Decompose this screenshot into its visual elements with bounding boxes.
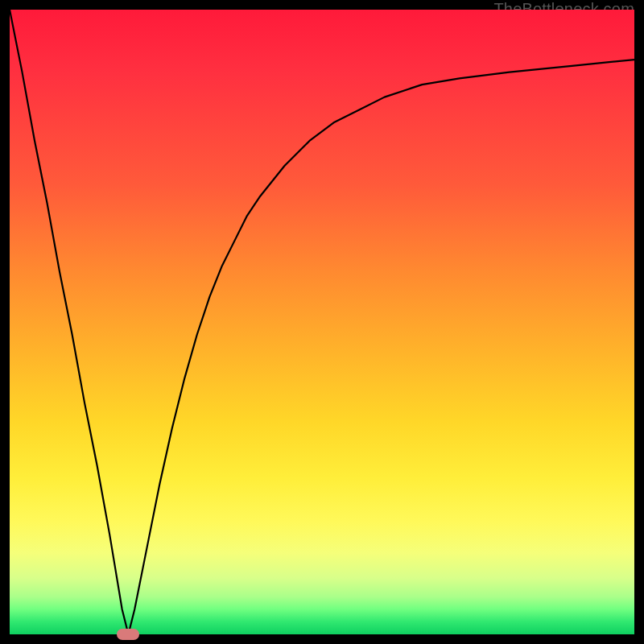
chart-container: TheBottleneck.com: [0, 0, 644, 644]
curve-svg: [10, 10, 634, 634]
plot-area: [10, 10, 634, 634]
minimum-marker: [117, 629, 139, 640]
bottleneck-curve: [10, 10, 634, 634]
